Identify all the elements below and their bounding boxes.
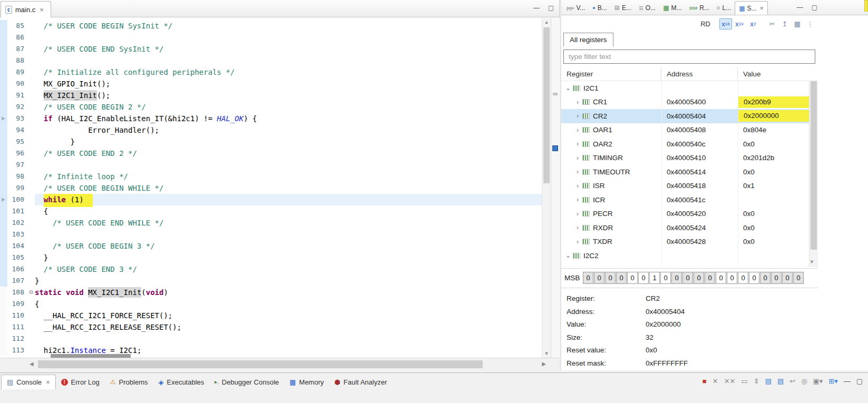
chevron-right-icon[interactable]: › [574,140,581,148]
code-text[interactable]: /* USER CODE END SysInit */ [35,43,542,55]
view-tab-modules[interactable]: ▦M... [659,1,685,15]
annotation-ruler-cell[interactable] [0,148,7,159]
code-line[interactable]: 88 [0,55,542,66]
code-line[interactable]: 87 /* USER CODE END SysInit */ [0,43,542,55]
register-group-row[interactable]: ⌄I2C2 [561,249,818,263]
chevron-down-icon[interactable]: ⌄ [564,84,572,92]
register-row[interactable]: ›TXDR0x400054280x0 [561,235,818,249]
bit-box[interactable]: 1 [649,272,660,284]
code-text[interactable]: Error_Handler(); [35,124,542,136]
radix-x2-button[interactable]: x2 [747,18,759,30]
view-tab-variables[interactable]: (x)=V... [563,1,589,15]
bit-box[interactable]: 0 [682,272,693,284]
bottom-tab-memory[interactable]: ▦Memory [284,375,329,389]
line-number[interactable]: 99 [7,182,27,194]
column-address[interactable]: Address [661,67,738,81]
chevron-right-icon[interactable]: › [574,210,581,218]
bit-box[interactable]: 0 [605,272,616,284]
code-text[interactable]: /* USER CODE END WHILE */ [35,217,542,229]
editor-body[interactable]: 85 /* USER CODE BEGIN SysInit */8687 /* … [0,18,560,358]
remove-all-launches-icon[interactable]: ✕✕ [724,377,736,385]
annotation-ruler-cell[interactable] [0,252,7,263]
bottom-tab-console[interactable]: ▤Console× [1,375,56,389]
register-row[interactable]: ›ISR0x400054180x1 [561,179,818,193]
bottom-tab-executables[interactable]: ◈Executables [153,375,209,389]
code-text[interactable] [35,229,542,240]
code-text[interactable] [35,333,542,345]
code-line[interactable]: 86 [0,32,542,43]
scroll-right-icon[interactable]: ▶ [542,361,546,367]
code-line[interactable]: 109{ [0,298,542,310]
line-number[interactable]: 106 [7,263,27,275]
bit-box[interactable]: 0 [771,272,782,284]
bit-box[interactable]: 0 [793,272,804,284]
registers-scrollbar[interactable]: ▲ ▼ [809,67,818,267]
chevron-right-icon[interactable]: › [574,154,581,162]
view-tab-breakpoints[interactable]: ●B... [589,1,610,15]
code-line[interactable]: 105 } [0,252,542,263]
scroll-down-icon[interactable]: ▼ [810,258,818,266]
chevron-down-icon[interactable]: ⌄ [564,252,572,259]
chevron-right-icon[interactable]: › [574,238,581,245]
chevron-right-icon[interactable]: › [574,112,581,120]
code-text[interactable]: /* USER CODE BEGIN WHILE */ [35,182,542,194]
close-view-icon[interactable]: × [760,4,764,12]
bit-box[interactable]: 0 [660,272,671,284]
annotation-ruler-cell[interactable] [0,310,7,321]
annotation-ruler-cell[interactable] [0,32,7,43]
line-number[interactable]: 101 [7,205,27,217]
bit-box[interactable]: 0 [627,272,638,284]
line-number[interactable]: 91 [7,90,27,101]
line-number[interactable]: 102 [7,217,27,229]
minimize-editor-icon[interactable]: — [533,4,540,12]
view-tab-sfrs[interactable]: ▦S...× [735,1,768,15]
bit-box[interactable]: 0 [749,272,759,284]
annotation-ruler-cell[interactable] [0,43,7,55]
remove-launch-icon[interactable]: ✕ [713,377,718,385]
vertical-scroll-thumb[interactable] [543,27,550,183]
minimize-icon[interactable]: — [844,377,851,385]
annotation-ruler-cell[interactable] [0,333,7,345]
annotation-ruler-cell[interactable] [0,229,7,240]
code-text[interactable]: MX_GPIO_Init(); [35,78,542,90]
code-text[interactable] [35,32,542,43]
line-number[interactable]: 113 [7,345,27,356]
line-number[interactable]: 97 [7,159,27,171]
register-row[interactable]: ›OAR10x400054080x804e [561,123,818,137]
line-number[interactable]: 111 [7,321,27,333]
all-registers-tab[interactable]: All registers [563,33,613,47]
code-text[interactable]: /* USER CODE END 2 */ [35,148,542,159]
bit-box[interactable]: 0 [738,272,748,284]
bit-box[interactable]: 0 [583,272,593,284]
annotation-ruler-cell[interactable] [0,124,7,136]
annotation-ruler-cell[interactable] [0,321,7,333]
annotation-ruler-cell[interactable] [0,298,7,310]
bit-box[interactable]: 0 [760,272,771,284]
code-text[interactable]: __HAL_RCC_I2C1_RELEASE_RESET(); [35,321,542,333]
annotation-ruler-cell[interactable] [0,205,7,217]
annotation-ruler-cell[interactable] [0,171,7,182]
code-text[interactable]: /* USER CODE BEGIN 3 */ [35,240,542,252]
line-number[interactable]: 104 [7,240,27,252]
annotation-ruler-cell[interactable] [0,159,7,171]
bottom-tab-error-log[interactable]: !Error Log [56,375,105,389]
line-number[interactable]: 108 [7,287,27,298]
chevron-right-icon[interactable]: › [574,99,581,106]
display-console-icon[interactable]: ▣▾ [813,377,823,385]
code-line[interactable]: 90 MX_GPIO_Init(); [0,78,542,90]
code-text[interactable]: /* Infinite loop */ [35,171,542,182]
radix-x16-button[interactable]: x16 [719,18,732,30]
close-view-icon[interactable]: × [46,378,50,386]
register-row[interactable]: ›PECR0x400054200x0 [561,207,818,221]
register-row[interactable]: ›RXDR0x400054240x0 [561,221,818,235]
radix-x10-button[interactable]: x10 [733,18,746,30]
code-line[interactable]: 93 if (HAL_I2C_EnableListen_IT(&hi2c1) !… [0,113,542,124]
line-number[interactable]: 94 [7,124,27,136]
annotation-ruler-cell[interactable] [0,263,7,275]
scroll-lock-icon[interactable]: ⇕ [754,377,759,385]
code-line[interactable]: 111 __HAL_RCC_I2C1_RELEASE_RESET(); [0,321,542,333]
register-row[interactable]: ›OAR20x4000540c0x0 [561,137,818,151]
editor-horizontal-scrollbar[interactable]: ◀ ▶ [0,358,560,370]
bit-box[interactable]: 0 [594,272,604,284]
column-value[interactable]: Value [738,67,818,81]
